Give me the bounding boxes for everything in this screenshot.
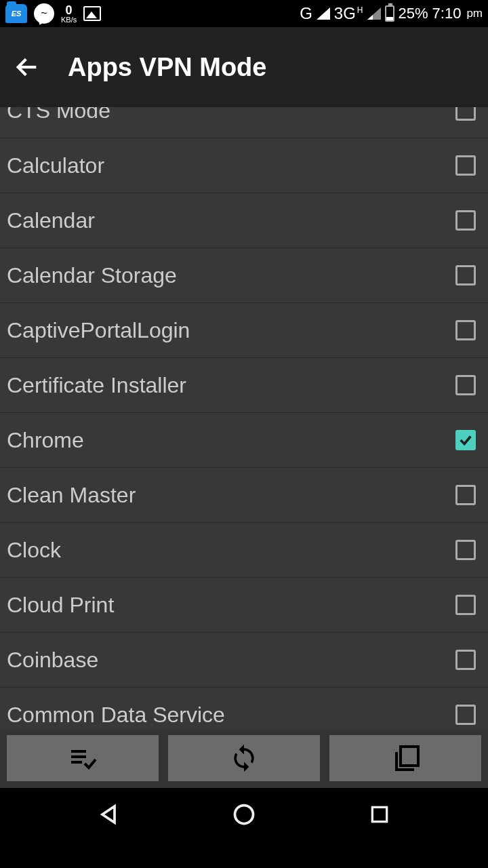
app-label: Chrome — [7, 428, 84, 453]
battery-icon — [385, 5, 394, 22]
list-item[interactable]: Chrome — [0, 413, 488, 468]
signal-icon — [317, 7, 330, 20]
list-item[interactable]: CaptivePortalLogin — [0, 303, 488, 358]
network-g-label: G — [300, 4, 312, 23]
clock-suffix: pm — [466, 7, 483, 20]
app-checkbox[interactable] — [455, 155, 476, 176]
nav-recent-button[interactable] — [365, 800, 394, 829]
page-title: Apps VPN Mode — [68, 53, 266, 82]
screenshot-icon — [83, 6, 101, 21]
svg-rect-3 — [71, 761, 82, 764]
svg-rect-2 — [71, 755, 86, 758]
app-checkbox[interactable] — [455, 107, 476, 121]
app-label: CaptivePortalLogin — [7, 318, 190, 343]
app-label: Coinbase — [7, 648, 98, 673]
nav-back-button[interactable] — [94, 800, 123, 829]
list-item[interactable]: Certificate Installer — [0, 358, 488, 413]
es-file-explorer-icon: ES — [5, 4, 27, 23]
select-all-button[interactable] — [7, 735, 159, 781]
copy-button[interactable] — [329, 735, 481, 781]
app-checkbox[interactable] — [455, 210, 476, 231]
list-item[interactable]: CTS Mode — [0, 107, 488, 138]
app-checkbox[interactable] — [455, 650, 476, 670]
list-item[interactable]: Calculator — [0, 138, 488, 193]
app-checkbox[interactable] — [455, 430, 476, 450]
battery-percent: 25% — [399, 5, 428, 22]
refresh-button[interactable] — [168, 735, 320, 781]
messenger-icon: ~ — [34, 3, 54, 24]
network-h-label: H — [357, 5, 363, 15]
speed-unit: KB/s — [61, 16, 77, 24]
list-item[interactable]: Coinbase — [0, 633, 488, 688]
app-label: Clock — [7, 538, 61, 563]
app-label: CTS Mode — [7, 107, 110, 123]
app-list[interactable]: CTS ModeCalculatorCalendarCalendar Stora… — [0, 107, 488, 788]
app-checkbox[interactable] — [455, 595, 476, 615]
app-checkbox[interactable] — [455, 265, 476, 285]
app-label: Calendar — [7, 208, 95, 233]
svg-rect-4 — [401, 747, 418, 766]
list-item[interactable]: Clock — [0, 523, 488, 578]
svg-rect-1 — [71, 750, 86, 753]
app-checkbox[interactable] — [455, 485, 476, 505]
list-item[interactable]: Clean Master — [0, 468, 488, 523]
svg-rect-7 — [372, 807, 386, 821]
app-label: Cloud Print — [7, 593, 114, 618]
app-label: Common Data Service — [7, 703, 225, 728]
list-item[interactable]: Calendar — [0, 193, 488, 248]
app-checkbox[interactable] — [455, 375, 476, 395]
status-bar: ES ~ 0 KB/s G 3G H 25% 7:10 pm — [0, 0, 488, 27]
network-3g-label: 3G — [334, 4, 356, 23]
network-speed-indicator: 0 KB/s — [61, 4, 77, 24]
back-button[interactable] — [14, 54, 41, 81]
signal-icon-2 — [367, 7, 381, 20]
app-checkbox[interactable] — [455, 320, 476, 340]
navigation-bar — [0, 788, 488, 841]
list-item[interactable]: Cloud Print — [0, 578, 488, 633]
svg-point-6 — [235, 806, 253, 824]
app-label: Certificate Installer — [7, 373, 186, 398]
app-label: Calculator — [7, 153, 104, 178]
status-right: G 3G H 25% 7:10 pm — [300, 4, 483, 23]
app-header: Apps VPN Mode — [0, 27, 488, 107]
nav-home-button[interactable] — [229, 800, 259, 829]
app-checkbox[interactable] — [455, 705, 476, 725]
app-label: Clean Master — [7, 483, 136, 508]
bottom-action-bar — [0, 731, 488, 788]
app-label: Calendar Storage — [7, 263, 177, 288]
app-checkbox[interactable] — [455, 540, 476, 560]
status-left: ES ~ 0 KB/s — [5, 3, 101, 24]
svg-marker-5 — [102, 806, 115, 823]
list-item[interactable]: Calendar Storage — [0, 248, 488, 303]
clock-time: 7:10 — [432, 5, 462, 22]
speed-value: 0 — [66, 4, 73, 16]
